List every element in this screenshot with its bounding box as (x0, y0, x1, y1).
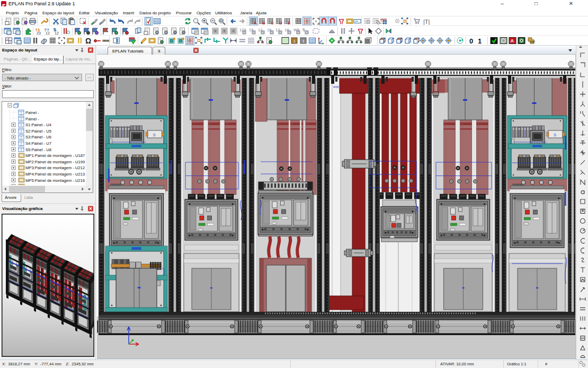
svg-text:S: S (554, 133, 556, 137)
svg-text:A: A (254, 21, 257, 25)
svg-text:1: 1 (302, 39, 305, 43)
svg-text:12: 12 (258, 28, 262, 32)
svg-text:C: C (271, 21, 274, 25)
svg-text:1: 1 (478, 37, 482, 45)
svg-text:MP2:Painel de montagem - U199: MP2:Painel de montagem - U199 (25, 160, 85, 164)
svg-text:DXF: DXF (530, 40, 535, 43)
svg-text:Ω: Ω (85, 37, 91, 45)
svg-text:Painel -: Painel - (25, 117, 39, 121)
svg-text:|T|: |T| (423, 19, 430, 25)
svg-text:S3:Painel - U6: S3:Painel - U6 (25, 135, 51, 139)
svg-text:D: D (279, 21, 282, 25)
svg-text:S1:Painel - U4: S1:Painel - U4 (25, 122, 51, 127)
svg-text:B: B (262, 21, 265, 25)
svg-text:15: 15 (249, 28, 253, 32)
svg-text:MP3:Painel de montagem - U212: MP3:Painel de montagem - U212 (25, 165, 85, 170)
svg-text:12: 12 (46, 31, 50, 35)
svg-text:MP6:Painel de montagem - U227: MP6:Painel de montagem - U227 (25, 184, 85, 185)
svg-text:S4:Painel - U7: S4:Painel - U7 (25, 141, 51, 146)
svg-text:18: 18 (284, 28, 289, 32)
svg-text:23: 23 (37, 31, 41, 35)
svg-text:Painel -: Painel - (25, 110, 39, 115)
svg-text:A: A (510, 38, 514, 43)
svg-text:S: S (153, 133, 156, 137)
svg-text:S5:Painel - U8: S5:Painel - U8 (25, 147, 51, 152)
svg-text:MP4:Painel de montagem - U213: MP4:Painel de montagem - U213 (25, 172, 85, 177)
svg-text:1: 1 (293, 39, 296, 43)
svg-text:S2:Painel - U5: S2:Painel - U5 (25, 129, 51, 134)
svg-text:MP1:Painel de montagem - U187: MP1:Painel de montagem - U187 (25, 153, 85, 158)
svg-text:12: 12 (55, 31, 59, 35)
svg-text:16: 16 (267, 28, 271, 32)
svg-text:12: 12 (275, 28, 280, 32)
svg-text:MP5:Painel de montagem - U216: MP5:Painel de montagem - U216 (25, 178, 85, 183)
svg-text:E: E (288, 21, 291, 25)
svg-text:W38: W38 (333, 85, 339, 89)
svg-text:0: 0 (469, 37, 473, 45)
